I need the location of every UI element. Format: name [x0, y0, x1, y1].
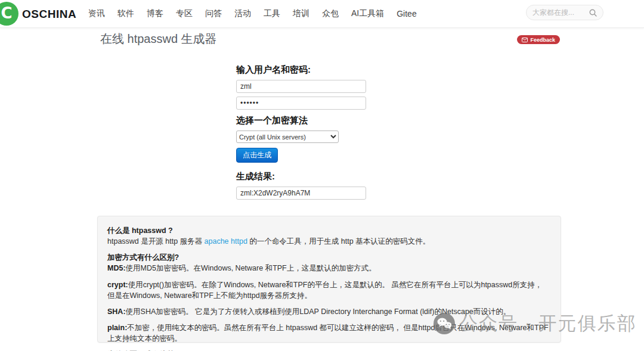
credentials-label: 输入用户名和密码: — [236, 64, 373, 76]
nav-item-crowdsourcing[interactable]: 众包 — [322, 8, 339, 19]
oschina-logo-icon: C — [0, 2, 18, 26]
nav-item-software[interactable]: 软件 — [117, 8, 134, 19]
search-input[interactable] — [532, 8, 586, 17]
nav-item-events[interactable]: 活动 — [234, 8, 251, 19]
nav-item-tools[interactable]: 工具 — [264, 8, 280, 19]
info-what-title: 什么是 htpasswd ? — [107, 226, 173, 235]
envelope-icon — [522, 38, 528, 42]
htpasswd-info-panel: 什么是 htpasswd ? htpasswd 是开源 http 服务器 apa… — [97, 216, 561, 343]
info-what-body-pre: htpasswd 是开源 http 服务器 — [107, 237, 205, 246]
apache-httpd-link[interactable]: apache httpd — [205, 237, 247, 246]
algorithm-label: 选择一个加密算法 — [236, 115, 373, 126]
password-input[interactable] — [236, 97, 366, 110]
logo-text: OSCHINA — [22, 8, 76, 21]
info-diff-section: 加密方式有什么区别? MD5:使用MD5加密密码。在Windows, Netwa… — [107, 252, 551, 274]
result-label: 生成结果: — [236, 171, 373, 182]
search-box[interactable] — [526, 5, 603, 20]
nav-item-qa[interactable]: 问答 — [205, 8, 222, 19]
info-what-body-post: 的一个命令工具，用于生成 http 基本认证的密码文件。 — [247, 237, 430, 246]
oschina-logo[interactable]: C OSCHINA — [0, 0, 78, 28]
nav-item-gitee[interactable]: Gitee — [397, 9, 416, 18]
info-diff-title: 加密方式有什么区别? — [107, 253, 179, 262]
info-sha-section: SHA:使用SHA加密密码。 它是为了方便转入或移植到使用LDAP Direct… — [107, 306, 551, 317]
generate-button[interactable]: 点击生成 — [236, 148, 278, 163]
search-icon[interactable] — [589, 9, 597, 17]
info-plain-section: plain:不加密，使用纯文本的密码。虽然在所有平台上 htpasswd 都可以… — [107, 322, 551, 344]
info-sha-prefix: SHA: — [107, 307, 126, 316]
info-sha-body: 使用SHA加密密码。 它是为了方便转入或移植到使用LDAP Directory … — [126, 307, 511, 316]
feedback-label: Feedback — [530, 37, 555, 43]
info-md5-prefix: MD5: — [107, 264, 126, 272]
info-what-section: 什么是 htpasswd ? htpasswd 是开源 http 服务器 apa… — [107, 225, 551, 247]
info-md5-body: 使用MD5加密密码。在Windows, Netware 和TPF上，这是默认的加… — [126, 264, 376, 272]
info-plain-body: 不加密，使用纯文本的密码。虽然在所有平台上 htpasswd 都可以建立这样的密… — [107, 324, 549, 343]
info-plain-prefix: plain: — [107, 324, 127, 332]
nav-item-training[interactable]: 培训 — [293, 8, 309, 19]
page-title: 在线 htpasswd 生成器 — [100, 31, 217, 47]
nav-menu: 资讯 软件 博客 专区 问答 活动 工具 培训 众包 AI工具箱 Gitee — [88, 8, 417, 19]
nav-item-news[interactable]: 资讯 — [88, 8, 105, 19]
info-crypt-body: 使用crypt()加密密码。在除了Windows, Netware和TPF的平台… — [107, 281, 542, 300]
info-crypt-section: crypt:使用crypt()加密密码。在除了Windows, Netware和… — [107, 279, 551, 301]
nav-item-blog[interactable]: 博客 — [147, 8, 163, 19]
result-output[interactable] — [236, 187, 366, 200]
logo-letter: C — [1, 5, 12, 21]
top-navbar: C OSCHINA 资讯 软件 博客 专区 问答 活动 工具 培训 众包 AI工… — [0, 0, 644, 28]
htpasswd-form: 输入用户名和密码: 选择一个加密算法 Crypt (all Unix serve… — [236, 64, 373, 203]
nav-item-zone[interactable]: 专区 — [176, 8, 193, 19]
info-crypt-prefix: crypt: — [107, 281, 128, 289]
feedback-button[interactable]: Feedback — [517, 35, 560, 44]
algorithm-select[interactable]: Crypt (all Unix servers) — [236, 131, 339, 143]
nav-item-ai-toolbox[interactable]: AI工具箱 — [351, 8, 384, 19]
username-input[interactable] — [236, 80, 366, 93]
